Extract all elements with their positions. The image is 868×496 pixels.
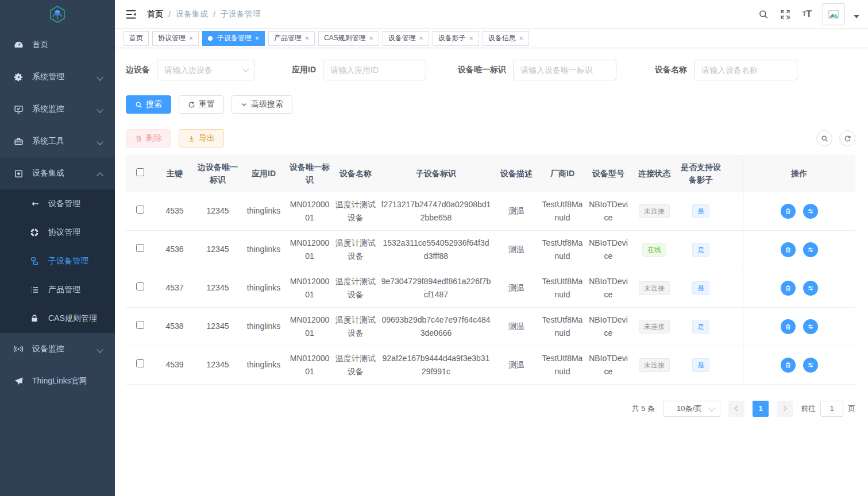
sidebar-item-subdevice-mgmt[interactable]: 子设备管理 [0,247,115,276]
breadcrumb-device-integration: 设备集成 [176,9,208,20]
sliders-icon [807,362,814,369]
edge-device-select[interactable] [157,60,254,80]
tab-protocol-mgmt[interactable]: 协议管理× [152,31,199,46]
row-settings-button[interactable] [803,242,818,257]
sidebar-item-label: 产品管理 [48,285,80,295]
sidebar-item-label: 系统监控 [32,104,64,114]
row-checkbox[interactable] [136,321,144,329]
header-search-icon[interactable] [757,8,770,21]
dashboard-icon [11,40,25,50]
delete-button[interactable]: 删除 [126,129,171,148]
sidebar-item-home[interactable]: 首页 [0,29,115,61]
top-navbar: 首页 / 设备集成 / 子设备管理 TT [115,0,868,29]
goto-page-input[interactable] [820,401,843,417]
sidebar-item-protocol-mgmt[interactable]: 协议管理 [0,218,115,247]
sidebar-item-label: 设备管理 [48,199,80,209]
close-icon[interactable]: × [255,35,259,42]
close-icon[interactable]: × [519,35,523,42]
tab-device-shadow[interactable]: 设备影子× [433,31,479,46]
sidebar-item-system-monitor[interactable]: 系统监控 [0,93,115,125]
row-settings-button[interactable] [803,319,818,334]
filter-device-name: 设备名称 [655,60,797,80]
row-checkbox[interactable] [136,244,144,252]
filter-label: 应用ID [292,65,316,75]
page-number-1[interactable]: 1 [753,401,769,417]
sidebar-item-device-monitor[interactable]: 设备监控 [0,333,115,365]
advanced-search-button[interactable]: 高级搜索 [232,95,292,114]
select-all-checkbox[interactable] [136,168,144,176]
table-toolbar: 删除 导出 [126,129,855,148]
row-delete-button[interactable] [781,319,796,334]
trash-icon [785,285,792,292]
fullscreen-icon[interactable] [779,8,792,21]
device-identifier-input[interactable] [513,60,616,80]
device-name-input[interactable] [694,60,797,80]
prev-page-button[interactable] [728,401,744,417]
trash-icon [785,362,792,369]
row-delete-button[interactable] [781,281,796,296]
sidebar-item-label: 首页 [32,40,48,50]
sidebar-collapse-icon[interactable] [125,8,138,21]
signal-icon [11,344,25,354]
row-checkbox[interactable] [136,206,144,214]
close-icon[interactable]: × [419,35,423,42]
col-header-vendor: 厂商ID [539,155,585,192]
avatar[interactable] [823,3,844,25]
app-id-input[interactable] [323,60,426,80]
chevron-down-icon [98,346,103,352]
sliders-icon [807,285,814,292]
send-arrow-icon [28,199,41,208]
sidebar-item-system-tools[interactable]: 系统工具 [0,125,115,157]
refresh-table-button[interactable] [839,130,855,146]
next-page-button[interactable] [777,401,793,417]
refresh-icon [844,135,851,142]
close-icon[interactable]: × [469,35,473,42]
export-button[interactable]: 导出 [179,129,224,148]
search-icon [821,135,828,142]
filter-app-id: 应用ID [292,60,426,80]
avatar-caret-icon[interactable] [854,15,859,18]
reset-button[interactable]: 重置 [179,95,224,114]
row-settings-button[interactable] [803,204,818,219]
sidebar-item-device-integration[interactable]: 设备集成 [0,157,115,189]
row-delete-button[interactable] [781,358,796,373]
sidebar-item-label: CAS规则管理 [48,313,97,324]
row-delete-button[interactable] [781,242,796,257]
filter-device-identifier: 设备唯一标识 [458,60,616,80]
tab-device-mgmt[interactable]: 设备管理× [383,31,429,46]
font-size-icon[interactable]: TT [801,8,813,21]
sidebar-item-device-mgmt[interactable]: 设备管理 [0,189,115,218]
tab-subdevice-mgmt[interactable]: 子设备管理× [202,31,265,46]
row-settings-button[interactable] [803,358,818,373]
search-button[interactable]: 搜索 [126,95,171,114]
col-header-device-name: 设备名称 [333,155,379,192]
tab-cas-rules[interactable]: CAS规则管理× [318,31,379,46]
tab-home[interactable]: 首页 [124,31,149,46]
row-delete-button[interactable] [781,204,796,219]
col-header-actions: 操作 [743,155,855,192]
sidebar-item-label: 设备集成 [32,168,64,179]
tab-device-info[interactable]: 设备信息× [483,31,529,46]
close-icon[interactable]: × [305,35,309,42]
breadcrumb-separator: / [213,10,215,19]
row-settings-button[interactable] [803,281,818,296]
row-checkbox[interactable] [136,359,144,367]
close-icon[interactable]: × [189,35,193,42]
tab-product-mgmt[interactable]: 产品管理× [268,31,315,46]
sidebar: 首页 系统管理 系统监控 [0,0,115,496]
total-count: 共 5 条 [632,404,655,414]
row-checkbox[interactable] [136,282,144,290]
sidebar-item-cas-rules[interactable]: CAS规则管理 [0,304,115,333]
sidebar-item-official-site[interactable]: ThingLinks官网 [0,365,115,397]
page-size-select[interactable] [663,401,720,417]
close-icon[interactable]: × [369,35,373,42]
subdevice-icon [28,257,41,266]
show-search-button[interactable] [816,130,832,146]
sidebar-item-product-mgmt[interactable]: 产品管理 [0,276,115,304]
col-header-desc: 设备描述 [493,155,539,192]
main-area: 首页 / 设备集成 / 子设备管理 TT [115,0,868,496]
shadow-badge: 是 [692,320,709,334]
breadcrumb-home[interactable]: 首页 [147,9,163,20]
protocol-icon [28,228,41,237]
sidebar-item-system-mgmt[interactable]: 系统管理 [0,61,115,93]
